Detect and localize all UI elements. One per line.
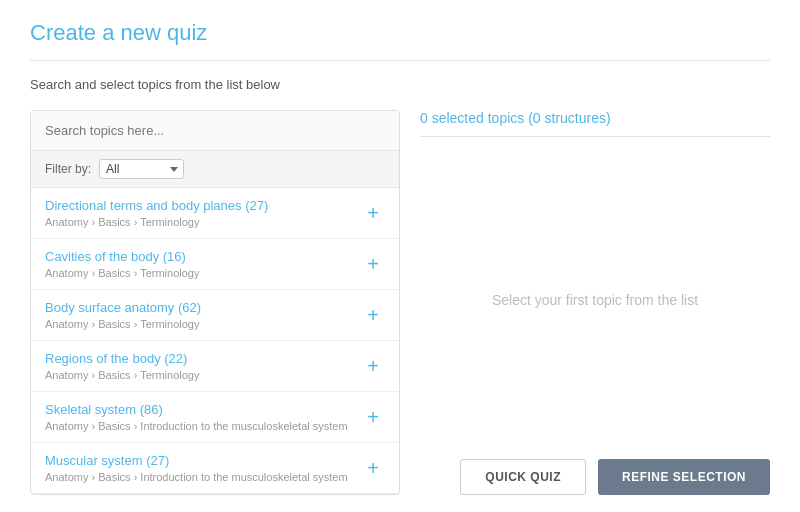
filter-row: Filter by: All Anatomy Physiology Histol… (31, 151, 399, 188)
selected-topics-header: 0 selected topics (0 structures) (420, 110, 770, 137)
topic-name: Regions of the body (22) (45, 351, 361, 366)
topic-info: Body surface anatomy (62)Anatomy › Basic… (45, 300, 361, 330)
topic-breadcrumb: Anatomy › Basics › Introduction to the m… (45, 420, 361, 432)
topic-info: Cavities of the body (16)Anatomy › Basic… (45, 249, 361, 279)
search-box[interactable] (31, 111, 399, 151)
topic-info: Directional terms and body planes (27)An… (45, 198, 361, 228)
topic-add-button[interactable]: + (361, 407, 385, 427)
topic-name: Body surface anatomy (62) (45, 300, 361, 315)
topic-search-panel: Filter by: All Anatomy Physiology Histol… (30, 110, 400, 495)
filter-label: Filter by: (45, 162, 91, 176)
topic-breadcrumb: Anatomy › Basics › Introduction to the m… (45, 471, 361, 483)
topic-info: Skeletal system (86)Anatomy › Basics › I… (45, 402, 361, 432)
topic-add-button[interactable]: + (361, 356, 385, 376)
topic-item[interactable]: Skeletal system (86)Anatomy › Basics › I… (31, 392, 399, 443)
empty-selection-text: Select your first topic from the list (420, 153, 770, 447)
title-divider (30, 60, 770, 61)
page-subtitle: Search and select topics from the list b… (30, 77, 770, 92)
topics-list: Directional terms and body planes (27)An… (31, 188, 399, 494)
page-title: Create a new quiz (30, 20, 770, 46)
topic-breadcrumb: Anatomy › Basics › Terminology (45, 216, 361, 228)
topic-add-button[interactable]: + (361, 305, 385, 325)
topic-item[interactable]: Body surface anatomy (62)Anatomy › Basic… (31, 290, 399, 341)
topic-info: Regions of the body (22)Anatomy › Basics… (45, 351, 361, 381)
topic-info: Muscular system (27)Anatomy › Basics › I… (45, 453, 361, 483)
refine-selection-button[interactable]: REFINE SELECTION (598, 459, 770, 495)
quick-quiz-button[interactable]: QUICK QUIZ (460, 459, 586, 495)
topic-add-button[interactable]: + (361, 203, 385, 223)
topic-name: Muscular system (27) (45, 453, 361, 468)
topic-add-button[interactable]: + (361, 458, 385, 478)
filter-select[interactable]: All Anatomy Physiology Histology (99, 159, 184, 179)
topic-item[interactable]: Regions of the body (22)Anatomy › Basics… (31, 341, 399, 392)
topic-breadcrumb: Anatomy › Basics › Terminology (45, 318, 361, 330)
search-input[interactable] (45, 123, 385, 138)
topic-add-button[interactable]: + (361, 254, 385, 274)
topic-name: Directional terms and body planes (27) (45, 198, 361, 213)
action-buttons: QUICK QUIZ REFINE SELECTION (420, 447, 770, 495)
topic-name: Cavities of the body (16) (45, 249, 361, 264)
selected-topics-panel: 0 selected topics (0 structures) Select … (420, 110, 770, 495)
topic-breadcrumb: Anatomy › Basics › Terminology (45, 369, 361, 381)
topic-item[interactable]: Cavities of the body (16)Anatomy › Basic… (31, 239, 399, 290)
topic-breadcrumb: Anatomy › Basics › Terminology (45, 267, 361, 279)
topic-name: Skeletal system (86) (45, 402, 361, 417)
topic-item[interactable]: Directional terms and body planes (27)An… (31, 188, 399, 239)
topic-item[interactable]: Muscular system (27)Anatomy › Basics › I… (31, 443, 399, 494)
